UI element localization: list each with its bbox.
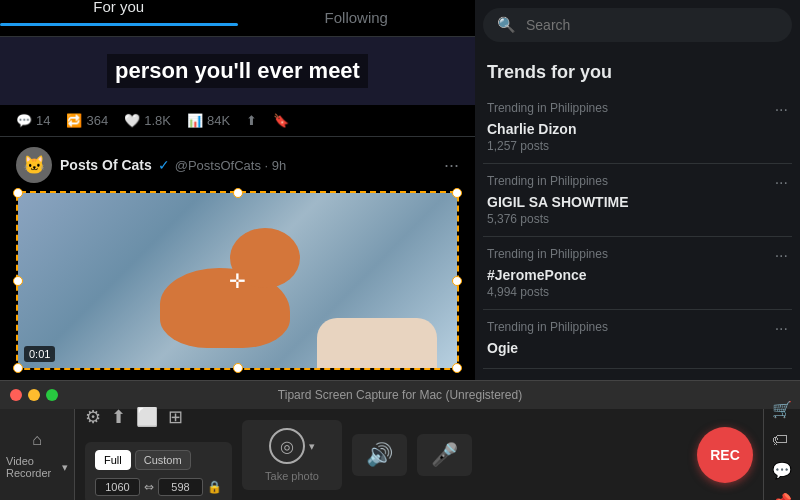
views-icon: 📊 [187, 113, 203, 128]
tweet-username: Posts Of Cats [60, 157, 152, 173]
tag-icon[interactable]: 🏷 [772, 431, 792, 449]
trend-posts-1: 5,376 posts [487, 212, 788, 226]
selection-handle-tr [452, 188, 462, 198]
size-section: Full Custom ⇔ 🔒 [85, 442, 232, 500]
preset-custom-button[interactable]: Custom [135, 450, 191, 470]
trend-more-3[interactable]: ··· [775, 320, 788, 338]
retweet-icon: 🔁 [66, 113, 82, 128]
trend-item-1[interactable]: Trending in Philippines ··· GIGIL SA SHO… [483, 164, 792, 237]
video-recorder-label: Video Recorder [6, 455, 59, 479]
bookmark-icon: 🔖 [273, 113, 289, 128]
toolbar-sections: ⚙ ⬆ ⬜ ⊞ Full Custom ⇔ 🔒 [75, 409, 687, 500]
trend-name-1: GIGIL SA SHOWTIME [487, 194, 788, 210]
trend-name-2: #JeromePonce [487, 267, 788, 283]
like-icon: 🤍 [124, 113, 140, 128]
tab-for-you[interactable]: For you [0, 0, 238, 36]
comment-stat[interactable]: 💬 14 [16, 113, 50, 128]
toolbar-top-icons: ⚙ ⬆ ⬜ ⊞ [85, 406, 232, 428]
move-cursor-icon: ✛ [229, 269, 246, 293]
settings-icon[interactable]: ⚙ [85, 406, 101, 428]
camera-chevron-icon: ▾ [309, 440, 315, 453]
avatar: 🐱 [16, 147, 52, 183]
feed-panel: For you Following person you'll ever mee… [0, 0, 475, 380]
size-divider: ⇔ [144, 480, 154, 494]
tweet-handle: @PostsOfCats · 9h [175, 158, 286, 173]
trend-more-2[interactable]: ··· [775, 247, 788, 265]
tweet-post: 🐱 Posts Of Cats ✓ @PostsOfCats · 9h ··· [0, 137, 475, 380]
mic-icon: 🎤 [431, 442, 458, 468]
video-recorder-nav[interactable]: Video Recorder ▾ [6, 455, 68, 479]
nav-chevron-icon: ▾ [62, 461, 68, 474]
selection-handle-ml [13, 276, 23, 286]
trend-location-0: Trending in Philippines [487, 101, 608, 115]
pin-icon[interactable]: 📌 [772, 492, 792, 501]
selection-handle-mr [452, 276, 462, 286]
toolbar-icons-column: ⚙ ⬆ ⬜ ⊞ Full Custom ⇔ 🔒 [85, 406, 232, 500]
mic-section[interactable]: 🎤 [417, 434, 472, 476]
trend-name-3: Ogie [487, 340, 788, 356]
trend-posts-0: 1,257 posts [487, 139, 788, 153]
comment-count: 14 [36, 113, 50, 128]
pip-icon[interactable]: ⊞ [168, 406, 183, 428]
selection-handle-tl [13, 188, 23, 198]
trend-item-4[interactable]: Trending in Philippines ··· MAY UNGGOY S… [483, 369, 792, 380]
speaker-icon: 🔊 [366, 442, 393, 468]
lock-icon: 🔒 [207, 480, 222, 494]
trend-more-0[interactable]: ··· [775, 101, 788, 119]
cat-fur [160, 268, 290, 348]
trend-item-0[interactable]: Trending in Philippines ··· Charlie Dizo… [483, 91, 792, 164]
toolbar-app-title: Tipard Screen Capture for Mac (Unregiste… [58, 388, 742, 402]
speaker-section[interactable]: 🔊 [352, 434, 407, 476]
trend-item-2[interactable]: Trending in Philippines ··· #JeromePonce… [483, 237, 792, 310]
comment-icon: 💬 [16, 113, 32, 128]
height-input[interactable] [158, 478, 203, 496]
cat-image: ✛ 0:01 [18, 193, 457, 368]
window-controls [10, 389, 58, 401]
trends-title: Trends for you [483, 54, 792, 91]
toolbar-main: ⌂ Video Recorder ▾ ⚙ ⬆ ⬜ ⊞ Full [0, 409, 800, 500]
trend-location-1: Trending in Philippines [487, 174, 608, 188]
cart-icon[interactable]: 🛒 [772, 400, 792, 419]
selection-handle-br [452, 363, 462, 373]
trend-more-1[interactable]: ··· [775, 174, 788, 192]
hero-text: person you'll ever meet [107, 54, 368, 88]
camera-circle: ◎ [269, 428, 305, 464]
size-inputs: ⇔ 🔒 [95, 478, 222, 496]
window-maximize-button[interactable] [46, 389, 58, 401]
width-input[interactable] [95, 478, 140, 496]
selection-handle-bm [233, 363, 243, 373]
share-icon: ⬆ [246, 113, 257, 128]
preset-full-button[interactable]: Full [95, 450, 131, 470]
tweet-more-button[interactable]: ··· [444, 155, 459, 176]
bookmark-stat[interactable]: 🔖 [273, 113, 289, 128]
screen-icon[interactable]: ⬜ [136, 406, 158, 428]
retweet-stat[interactable]: 🔁 364 [66, 113, 108, 128]
selection-handle-bl [13, 363, 23, 373]
verified-badge: ✓ [158, 157, 170, 173]
home-icon[interactable]: ⌂ [32, 431, 42, 449]
window-close-button[interactable] [10, 389, 22, 401]
search-box[interactable]: 🔍 [483, 8, 792, 42]
search-input[interactable] [526, 17, 778, 33]
toolbar-title-bar: Tipard Screen Capture for Mac (Unregiste… [0, 381, 800, 409]
like-stat[interactable]: 🤍 1.8K [124, 113, 171, 128]
views-count: 84K [207, 113, 230, 128]
chat-right-icon[interactable]: 💬 [772, 461, 792, 480]
cat-body [160, 268, 290, 348]
preset-buttons: Full Custom [95, 450, 222, 470]
hand-area [317, 318, 437, 368]
trend-name-0: Charlie Dizon [487, 121, 788, 137]
trend-item-3[interactable]: Trending in Philippines ··· Ogie [483, 310, 792, 369]
tab-following[interactable]: Following [238, 9, 476, 36]
tweet-image-container: ✛ 0:01 [16, 191, 459, 370]
retweet-count: 364 [86, 113, 108, 128]
upload-icon[interactable]: ⬆ [111, 406, 126, 428]
window-minimize-button[interactable] [28, 389, 40, 401]
tweet-stats-row: 💬 14 🔁 364 🤍 1.8K 📊 84K ⬆ 🔖 [0, 105, 475, 137]
camera-section[interactable]: ◎ ▾ Take photo [242, 420, 342, 490]
toolbar-right-icons: 🛒 🏷 💬 📌 [763, 409, 800, 500]
share-stat[interactable]: ⬆ [246, 113, 257, 128]
rec-button[interactable]: REC [697, 427, 753, 483]
trend-location-3: Trending in Philippines [487, 320, 608, 334]
views-stat[interactable]: 📊 84K [187, 113, 230, 128]
